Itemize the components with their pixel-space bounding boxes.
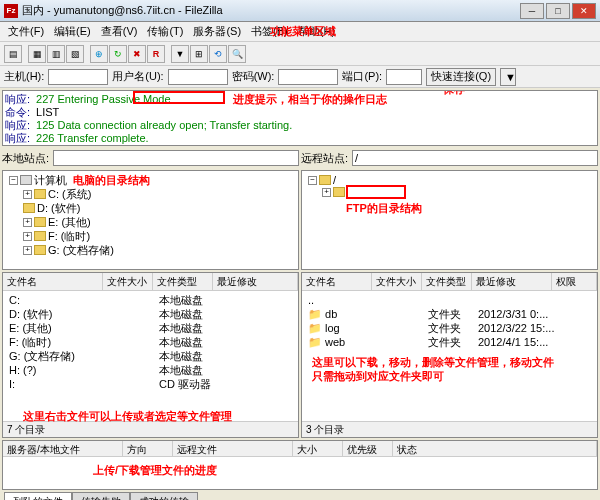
remote-tree[interactable]: −/ + 路径地址 FTP的目录结构	[301, 170, 598, 270]
maximize-button[interactable]: □	[546, 3, 570, 19]
tab-success[interactable]: 成功的传输	[130, 492, 198, 500]
list-item: D: (软件)本地磁盘	[5, 307, 296, 321]
host-label: 主机(H):	[4, 69, 44, 84]
local-tree[interactable]: −计算机 +C: (系统) D: (软件) +E: (其他) +F: (临时) …	[2, 170, 299, 270]
menu-server[interactable]: 服务器(S)	[189, 22, 245, 41]
col-name[interactable]: 文件名	[302, 273, 372, 290]
qcol-remote[interactable]: 远程文件	[173, 441, 293, 456]
quickconnect-dropdown[interactable]: ▼	[500, 68, 516, 86]
compare-icon[interactable]: ⊞	[190, 45, 208, 63]
list-item: G: (文档存储)本地磁盘	[5, 349, 296, 363]
quickconnect-bar: 主机(H): 用户名(U): 密码(W): 端口(P): 快速连接(Q) ▼	[0, 66, 600, 88]
toolbar: ▤ ▦ ▥ ▧ ⊕ ↻ ✖ R ▼ ⊞ ⟲ 🔍	[0, 42, 600, 66]
toggle-tree-icon[interactable]: ▥	[47, 45, 65, 63]
menu-file[interactable]: 文件(F)	[4, 22, 48, 41]
queue-pane[interactable]: 服务器/本地文件 方向 远程文件 大小 优先级 状态 上传/下载管理文件的进度	[2, 440, 598, 490]
title-text: 国内 - yumanutong@ns6.7iit.cn - FileZilla	[22, 3, 520, 18]
qcol-pri[interactable]: 优先级	[343, 441, 393, 456]
menu-view[interactable]: 查看(V)	[97, 22, 142, 41]
remote-list[interactable]: 文件名 文件大小 文件类型 最近修改 权限 .. 📁 db文件夹2012/3/3…	[301, 272, 598, 438]
log-text: 227 Entering Passive Mode	[36, 93, 171, 106]
toggle-log-icon[interactable]: ▦	[28, 45, 46, 63]
disconnect-icon[interactable]: R	[147, 45, 165, 63]
remote-path-label: 远程站点:	[301, 151, 348, 166]
menubar: 文件(F) 编辑(E) 查看(V) 传输(T) 服务器(S) 书签(B) 帮助(…	[0, 22, 600, 42]
col-mod[interactable]: 最近修改	[472, 273, 552, 290]
search-icon[interactable]: 🔍	[228, 45, 246, 63]
log-pane[interactable]: 响应:227 Entering Passive Mode 命令:LIST 响应:…	[2, 90, 598, 146]
user-input[interactable]	[168, 69, 228, 85]
col-type[interactable]: 文件类型	[422, 273, 472, 290]
user-label: 用户名(U):	[112, 69, 163, 84]
col-size[interactable]: 文件大小	[372, 273, 422, 290]
filter-icon[interactable]: ▼	[171, 45, 189, 63]
anno-queue: 上传/下载管理文件的进度	[93, 463, 217, 478]
qcol-srv[interactable]: 服务器/本地文件	[3, 441, 123, 456]
port-label: 端口(P):	[342, 69, 382, 84]
port-input[interactable]	[386, 69, 422, 85]
col-type[interactable]: 文件类型	[153, 273, 213, 290]
col-size[interactable]: 文件大小	[103, 273, 153, 290]
list-item: I:CD 驱动器	[5, 377, 296, 391]
list-item: F: (临时)本地磁盘	[5, 335, 296, 349]
close-button[interactable]: ✕	[572, 3, 596, 19]
remote-side: 远程站点: −/ + 路径地址 FTP的目录结构 文件名 文件大小 文件类型 最…	[301, 148, 598, 438]
log-label: 响应:	[5, 93, 30, 106]
local-path-input[interactable]	[53, 150, 299, 166]
drive-icon	[23, 203, 35, 213]
menu-transfer[interactable]: 传输(T)	[143, 22, 187, 41]
list-item: ..	[304, 293, 595, 307]
sync-icon[interactable]: ⟲	[209, 45, 227, 63]
drive-icon	[34, 245, 46, 255]
menu-bookmarks[interactable]: 书签(B)	[247, 22, 292, 41]
folder-icon	[333, 187, 345, 197]
minimize-button[interactable]: ─	[520, 3, 544, 19]
app-icon: Fz	[4, 4, 18, 18]
refresh-icon[interactable]: ↻	[109, 45, 127, 63]
remote-path-input[interactable]	[352, 150, 598, 166]
local-status: 7 个目录	[3, 421, 298, 437]
computer-icon	[20, 175, 32, 185]
queue-tabs: 列队的文件 传输失败 成功的传输	[0, 492, 600, 500]
host-input[interactable]	[48, 69, 108, 85]
cancel-icon[interactable]: ✖	[128, 45, 146, 63]
tab-failed[interactable]: 传输失败	[72, 492, 130, 500]
remote-status: 3 个目录	[302, 421, 597, 437]
local-side: 本地站点: −计算机 +C: (系统) D: (软件) +E: (其他) +F:…	[2, 148, 299, 438]
remote-list-body[interactable]: .. 📁 db文件夹2012/3/31 0:... 📁 log文件夹2012/3…	[302, 291, 597, 421]
qcol-dir[interactable]: 方向	[123, 441, 173, 456]
local-path-label: 本地站点:	[2, 151, 49, 166]
list-item: H: (?)本地磁盘	[5, 363, 296, 377]
pass-input[interactable]	[278, 69, 338, 85]
pass-label: 密码(W):	[232, 69, 275, 84]
qcol-size[interactable]: 大小	[293, 441, 343, 456]
toggle-queue-icon[interactable]: ▧	[66, 45, 84, 63]
drive-icon	[34, 231, 46, 241]
list-item: 📁 log文件夹2012/3/22 15:...	[304, 321, 595, 335]
col-name[interactable]: 文件名	[3, 273, 103, 290]
folder-icon	[319, 175, 331, 185]
list-item: 📁 db文件夹2012/3/31 0:...	[304, 307, 595, 321]
drive-icon	[34, 217, 46, 227]
sitemanager-icon[interactable]: ▤	[4, 45, 22, 63]
list-item: C:本地磁盘	[5, 293, 296, 307]
col-mod[interactable]: 最近修改	[213, 273, 298, 290]
quickconnect-button[interactable]: 快速连接(Q)	[426, 68, 496, 86]
anno-remotetree: FTP的目录结构	[346, 201, 422, 215]
binary-icon[interactable]: ⊕	[90, 45, 108, 63]
titlebar: Fz 国内 - yumanutong@ns6.7iit.cn - FileZil…	[0, 0, 600, 22]
menu-edit[interactable]: 编辑(E)	[50, 22, 95, 41]
col-perm[interactable]: 权限	[552, 273, 597, 290]
list-item: E: (其他)本地磁盘	[5, 321, 296, 335]
tab-queue[interactable]: 列队的文件	[4, 492, 72, 500]
drive-icon	[34, 189, 46, 199]
qcol-stat[interactable]: 状态	[393, 441, 597, 456]
menu-help[interactable]: 帮助(H)	[294, 22, 339, 41]
list-item: 📁 web文件夹2012/4/1 15:...	[304, 335, 595, 349]
local-list-body[interactable]: C:本地磁盘 D: (软件)本地磁盘 E: (其他)本地磁盘 F: (临时)本地…	[3, 291, 298, 421]
local-list[interactable]: 文件名 文件大小 文件类型 最近修改 C:本地磁盘 D: (软件)本地磁盘 E:…	[2, 272, 299, 438]
